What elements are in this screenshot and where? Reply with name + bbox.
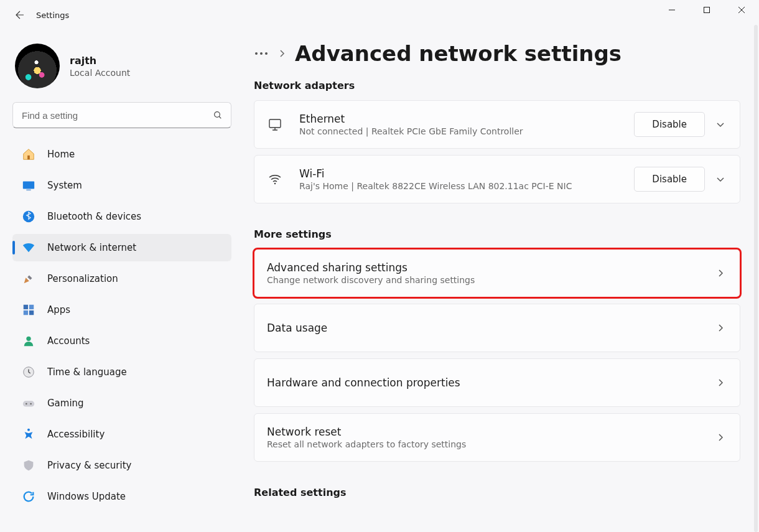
window-close-button[interactable] bbox=[724, 0, 759, 20]
svg-point-18 bbox=[265, 52, 268, 55]
row-hardware-connection[interactable]: Hardware and connection properties bbox=[254, 358, 740, 407]
time-language-icon bbox=[21, 365, 36, 380]
back-arrow-icon bbox=[14, 9, 26, 21]
row-advanced-sharing[interactable]: Advanced sharing settings Change network… bbox=[254, 249, 740, 297]
breadcrumb-overflow[interactable] bbox=[254, 50, 269, 57]
page-title: Advanced network settings bbox=[295, 41, 622, 66]
sidebar-item-label: Bluetooth & devices bbox=[47, 211, 141, 222]
privacy-icon bbox=[21, 458, 36, 473]
network-icon bbox=[21, 240, 36, 255]
adapter-name: Ethernet bbox=[299, 113, 634, 125]
chevron-right-icon bbox=[714, 378, 727, 387]
user-profile[interactable]: rajth Local Account bbox=[12, 37, 231, 100]
sidebar-item-system[interactable]: System bbox=[12, 172, 231, 199]
svg-point-10 bbox=[26, 337, 30, 341]
ethernet-icon bbox=[267, 116, 283, 133]
sidebar-item-personalization[interactable]: Personalization bbox=[12, 265, 231, 292]
window-maximize-button[interactable] bbox=[689, 0, 724, 20]
sidebar-item-time[interactable]: Time & language bbox=[12, 358, 231, 386]
section-related-settings: Related settings bbox=[254, 487, 740, 498]
chevron-right-icon bbox=[279, 49, 285, 58]
row-title: Data usage bbox=[267, 322, 714, 334]
sidebar-item-update[interactable]: Windows Update bbox=[12, 483, 231, 510]
disable-button-wifi[interactable]: Disable bbox=[634, 167, 705, 192]
wifi-icon bbox=[267, 171, 283, 187]
sidebar-item-label: Personalization bbox=[47, 273, 118, 284]
svg-rect-8 bbox=[24, 310, 28, 315]
sidebar-item-privacy[interactable]: Privacy & security bbox=[12, 452, 231, 479]
svg-point-17 bbox=[260, 52, 263, 55]
row-data-usage[interactable]: Data usage bbox=[254, 304, 740, 352]
user-name: rajth bbox=[70, 55, 130, 67]
chevron-right-icon bbox=[714, 269, 727, 278]
row-network-reset[interactable]: Network reset Reset all network adapters… bbox=[254, 413, 740, 462]
search-input[interactable] bbox=[12, 102, 231, 128]
accessibility-icon bbox=[21, 427, 36, 442]
sidebar-item-accessibility[interactable]: Accessibility bbox=[12, 421, 231, 448]
svg-point-16 bbox=[255, 52, 258, 55]
chevron-right-icon bbox=[714, 324, 727, 332]
sidebar-item-label: Home bbox=[47, 149, 75, 160]
svg-point-15 bbox=[27, 429, 30, 431]
row-title: Advanced sharing settings bbox=[267, 261, 714, 274]
maximize-icon bbox=[703, 6, 710, 14]
app-title: Settings bbox=[36, 11, 69, 20]
svg-rect-2 bbox=[27, 156, 30, 159]
svg-rect-12 bbox=[23, 401, 34, 406]
vertical-scrollbar[interactable] bbox=[754, 25, 758, 532]
back-button[interactable] bbox=[5, 0, 35, 30]
home-icon bbox=[21, 147, 36, 162]
chevron-down-icon[interactable] bbox=[714, 174, 727, 184]
svg-rect-19 bbox=[269, 119, 281, 128]
apps-icon bbox=[21, 302, 36, 317]
gaming-icon bbox=[21, 396, 36, 411]
svg-rect-3 bbox=[23, 182, 34, 189]
svg-rect-4 bbox=[26, 189, 30, 190]
breadcrumb: Advanced network settings bbox=[254, 41, 740, 66]
sidebar-item-home[interactable]: Home bbox=[12, 141, 231, 168]
row-title: Network reset bbox=[267, 426, 714, 438]
bluetooth-icon bbox=[21, 209, 36, 224]
sidebar-item-accounts[interactable]: Accounts bbox=[12, 327, 231, 355]
window-minimize-button[interactable] bbox=[654, 0, 689, 20]
svg-point-14 bbox=[30, 403, 32, 405]
sidebar-item-label: Accessibility bbox=[47, 429, 105, 440]
sidebar-item-label: Time & language bbox=[47, 366, 127, 378]
disable-button-ethernet[interactable]: Disable bbox=[634, 112, 705, 137]
sidebar-item-label: Windows Update bbox=[47, 491, 126, 502]
user-account-type: Local Account bbox=[70, 68, 130, 78]
accounts-icon bbox=[21, 334, 36, 348]
svg-point-20 bbox=[274, 183, 276, 184]
row-subtitle: Reset all network adapters to factory se… bbox=[267, 439, 714, 449]
sidebar-item-label: Apps bbox=[47, 304, 70, 315]
svg-rect-0 bbox=[704, 7, 710, 13]
sidebar-item-network[interactable]: Network & internet bbox=[12, 234, 231, 261]
update-icon bbox=[21, 489, 36, 504]
svg-rect-6 bbox=[24, 305, 28, 309]
adapter-status: Not connected | Realtek PCIe GbE Family … bbox=[299, 126, 634, 136]
svg-rect-7 bbox=[29, 305, 34, 309]
sidebar-item-apps[interactable]: Apps bbox=[12, 296, 231, 324]
close-icon bbox=[738, 6, 745, 14]
sidebar-item-label: Accounts bbox=[47, 335, 90, 347]
avatar bbox=[15, 44, 60, 88]
svg-rect-9 bbox=[29, 310, 34, 315]
section-more-settings: More settings bbox=[254, 228, 740, 240]
personalization-icon bbox=[21, 271, 36, 286]
sidebar-item-gaming[interactable]: Gaming bbox=[12, 390, 231, 417]
minimize-icon bbox=[668, 6, 676, 14]
adapter-name: Wi-Fi bbox=[299, 167, 634, 180]
section-network-adapters: Network adapters bbox=[254, 80, 740, 91]
system-icon bbox=[21, 178, 36, 193]
chevron-down-icon[interactable] bbox=[714, 119, 727, 129]
adapter-card-wifi[interactable]: Wi-Fi Raj's Home | Realtek 8822CE Wirele… bbox=[254, 155, 740, 203]
search-wrapper bbox=[12, 102, 231, 128]
sidebar-item-label: Privacy & security bbox=[47, 460, 131, 471]
search-icon bbox=[213, 110, 223, 120]
chevron-right-icon bbox=[714, 433, 727, 442]
sidebar-item-label: System bbox=[47, 180, 82, 191]
adapter-card-ethernet[interactable]: Ethernet Not connected | Realtek PCIe Gb… bbox=[254, 100, 740, 149]
sidebar-item-bluetooth[interactable]: Bluetooth & devices bbox=[12, 203, 231, 230]
sidebar-nav: Home System Bluetooth & devices Network … bbox=[12, 141, 231, 510]
row-title: Hardware and connection properties bbox=[267, 376, 714, 389]
